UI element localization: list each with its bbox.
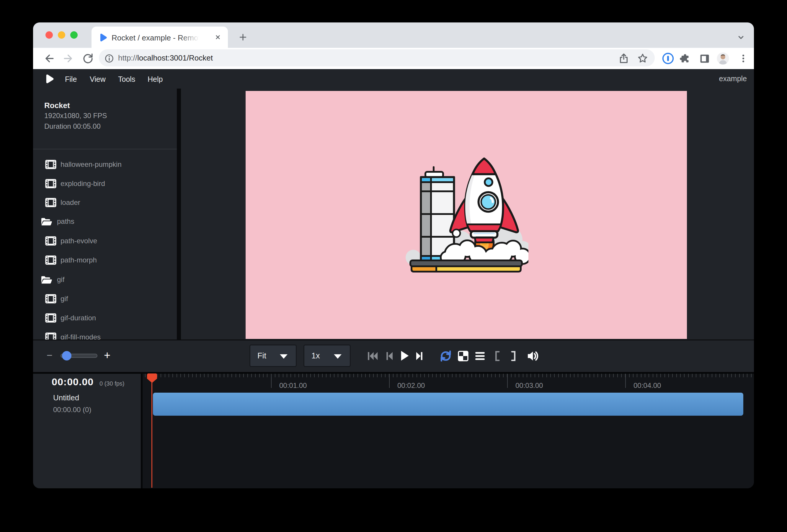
bookmark-star-icon[interactable] xyxy=(637,52,648,64)
sidebar-divider xyxy=(177,89,181,340)
project-name-label: example xyxy=(719,75,747,83)
ruler-major-tick xyxy=(389,374,390,388)
menu-tools[interactable]: Tools xyxy=(118,75,135,84)
skip-to-start-icon[interactable] xyxy=(366,349,379,363)
composition-duration: Duration 00:05.00 xyxy=(44,122,101,130)
ruler-label: 00:01.00 xyxy=(279,381,307,390)
browser-tab[interactable]: Rocket / example - Remotion Preview xyxy=(91,26,228,48)
menu-file[interactable]: File xyxy=(65,75,77,84)
film-icon xyxy=(45,160,56,169)
film-icon xyxy=(45,333,56,340)
close-window-button[interactable] xyxy=(45,31,53,39)
tab-search-chevron-icon[interactable] xyxy=(736,32,746,43)
zoom-in-button[interactable]: + xyxy=(104,349,110,362)
zoom-window-button[interactable] xyxy=(70,31,78,39)
volume-icon[interactable] xyxy=(526,349,540,363)
play-icon[interactable] xyxy=(397,349,411,363)
sidebar-item-exploding-bird[interactable]: exploding-bird xyxy=(33,174,177,193)
sidebar-item-halloween-pumpkin[interactable]: halloween-pumpkin xyxy=(33,155,177,174)
onepassword-extension-icon[interactable] xyxy=(662,52,675,65)
timeline-tracks-area[interactable] xyxy=(143,374,754,488)
site-info-icon[interactable] xyxy=(104,53,114,64)
sidebar-folder-paths[interactable]: paths xyxy=(33,212,177,231)
film-icon xyxy=(45,313,56,323)
browser-menu-dots-icon[interactable] xyxy=(738,52,749,64)
share-icon[interactable] xyxy=(618,52,630,64)
track-duration: 00:00.00 (0) xyxy=(53,406,91,414)
timeline-rows-icon[interactable] xyxy=(473,349,487,363)
tab-close-icon[interactable] xyxy=(214,33,222,41)
ruler-label: 00:04.00 xyxy=(634,381,661,390)
timeline-ruler[interactable] xyxy=(145,374,754,377)
extensions-puzzle-icon[interactable] xyxy=(679,52,691,65)
new-tab-icon[interactable] xyxy=(238,32,248,42)
sidebar-section-divider xyxy=(33,149,177,149)
rocket-illustration xyxy=(404,153,528,278)
loop-icon[interactable] xyxy=(439,349,453,363)
in-point-bracket-icon[interactable] xyxy=(491,349,503,363)
desktop-background: Rocket / example - Remotion Preview http… xyxy=(0,0,787,532)
menu-view[interactable]: View xyxy=(90,75,106,84)
sidebar-item-loader[interactable]: loader xyxy=(33,193,177,212)
ruler-major-tick xyxy=(625,374,626,388)
transparency-checkerboard-icon[interactable] xyxy=(457,349,470,363)
reload-icon[interactable] xyxy=(82,52,94,64)
film-icon xyxy=(45,236,56,246)
current-time: 00:00.00 xyxy=(52,376,93,388)
ruler-label: 00:03.00 xyxy=(515,381,543,390)
browser-window: Rocket / example - Remotion Preview http… xyxy=(33,22,754,488)
folder-open-icon xyxy=(41,275,52,284)
sidebar-item-gif-fill-modes[interactable]: gif-fill-modes xyxy=(33,328,177,340)
forward-icon[interactable] xyxy=(63,52,75,64)
timeline-track-bar[interactable] xyxy=(153,393,743,416)
ruler-major-tick xyxy=(507,374,508,388)
url-text[interactable]: http://localhost:3001/Rocket xyxy=(118,54,213,63)
sidebar-item-path-evolve[interactable]: path-evolve xyxy=(33,231,177,250)
app-menubar xyxy=(33,69,754,89)
remotion-favicon-icon xyxy=(99,33,107,42)
tab-title-fade xyxy=(180,32,207,44)
previous-frame-icon[interactable] xyxy=(383,349,396,363)
chevron-down-icon xyxy=(334,354,342,359)
film-icon xyxy=(45,198,56,207)
url-path: localhost:3001/Rocket xyxy=(137,54,213,62)
ruler-major-tick xyxy=(271,374,272,388)
minimize-window-button[interactable] xyxy=(58,31,65,39)
composition-canvas xyxy=(246,91,687,339)
sidebar-item-path-morph[interactable]: path-morph xyxy=(33,251,177,270)
menu-help[interactable]: Help xyxy=(148,75,163,84)
remotion-logo-icon xyxy=(44,74,54,84)
side-panel-icon[interactable] xyxy=(698,52,711,65)
size-select[interactable]: Fit xyxy=(250,344,297,367)
url-scheme: http:// xyxy=(118,54,137,62)
sidebar-folder-gif[interactable]: gif xyxy=(33,270,177,289)
current-frame-info: 0 (30 fps) xyxy=(100,380,124,387)
composition-resolution: 1920x1080, 30 FPS xyxy=(44,112,107,120)
film-icon xyxy=(45,255,56,265)
avatar[interactable] xyxy=(716,52,730,65)
out-point-bracket-icon[interactable] xyxy=(508,349,519,363)
zoom-slider-thumb[interactable] xyxy=(62,351,71,360)
chevron-down-icon xyxy=(280,354,288,359)
speed-select[interactable]: 1x xyxy=(303,344,351,367)
sidebar-item-gif[interactable]: gif xyxy=(33,289,177,308)
size-select-value: Fit xyxy=(257,351,266,360)
sidebar-item-gif-duration[interactable]: gif-duration xyxy=(33,308,177,327)
playhead-line[interactable] xyxy=(151,374,152,488)
ruler-label: 00:02.00 xyxy=(397,381,425,390)
back-icon[interactable] xyxy=(43,52,55,64)
track-name: Untitled xyxy=(53,393,79,402)
folder-open-icon xyxy=(41,217,52,226)
film-icon xyxy=(45,294,56,303)
composition-list: halloween-pumpkin exploding-bird loader … xyxy=(33,152,177,340)
composition-title: Rocket xyxy=(44,101,70,110)
zoom-out-button[interactable]: − xyxy=(47,349,52,361)
timeline-info-panel xyxy=(33,374,141,488)
next-frame-icon[interactable] xyxy=(413,349,426,363)
speed-select-value: 1x xyxy=(312,351,320,360)
film-icon xyxy=(45,179,56,188)
